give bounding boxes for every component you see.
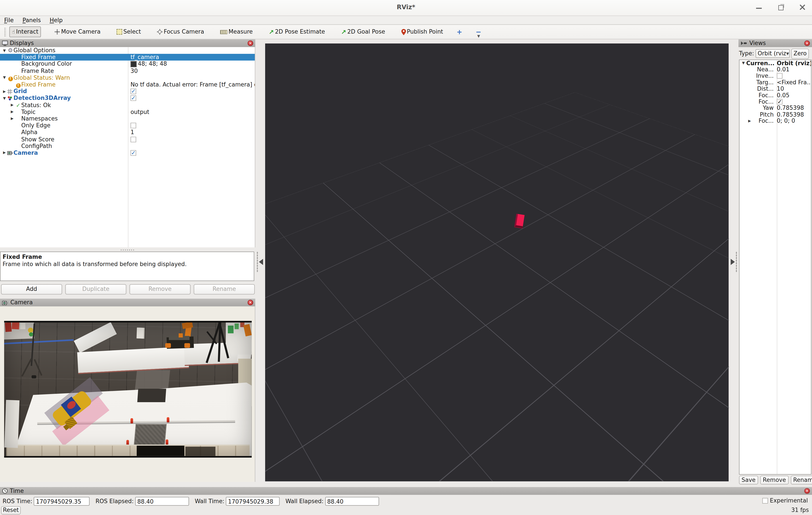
displays-tree-row[interactable]: ▶Camera✓: [0, 149, 255, 156]
property-value[interactable]: <Fixed Fra...: [777, 79, 811, 86]
views-rename-button[interactable]: Rename: [790, 476, 812, 485]
property-value[interactable]: 48; 48; 48: [138, 61, 167, 67]
property-value[interactable]: 30: [130, 67, 138, 75]
property-value[interactable]: 0.05: [777, 92, 790, 99]
wall-time-input[interactable]: 1707945029.38: [226, 497, 280, 506]
expander-arrow-icon[interactable]: ▶: [9, 117, 15, 121]
expander-arrow-icon[interactable]: ▶: [2, 151, 7, 155]
property-value[interactable]: 10: [777, 86, 784, 92]
views-remove-button[interactable]: Remove: [760, 476, 788, 485]
views-tree-row[interactable]: Nea...0.01: [740, 66, 811, 73]
displays-tree-row[interactable]: ▶Grid✓: [0, 88, 255, 95]
views-tree-row[interactable]: Foc...0.05: [740, 92, 811, 98]
views-tree-row[interactable]: Yaw0.785398: [740, 105, 811, 111]
time-panel-header[interactable]: Time ✕: [0, 487, 812, 495]
tool-publish-point[interactable]: Publish Point: [399, 26, 446, 37]
property-checkbox[interactable]: ✓: [130, 150, 136, 156]
displays-tree-row[interactable]: ▼!Global Status: Warn: [0, 75, 255, 81]
displays-tree-row[interactable]: Alpha1: [0, 129, 255, 136]
maximize-icon[interactable]: [777, 3, 785, 11]
displays-tree-row[interactable]: Fixed Frametf_camera: [0, 54, 255, 61]
views-tree-row[interactable]: Dist...10: [740, 86, 811, 92]
expander-arrow-icon[interactable]: ▼: [2, 76, 7, 80]
displays-panel-header[interactable]: Displays ✕: [0, 39, 255, 47]
displays-tree-row[interactable]: Only Edge: [0, 122, 255, 129]
tool-interact[interactable]: ☝Interact: [9, 26, 41, 37]
property-value[interactable]: output: [130, 109, 149, 115]
property-checkbox[interactable]: ✓: [130, 95, 136, 101]
menu-panels[interactable]: Panels: [22, 17, 41, 24]
property-value[interactable]: tf_camera: [130, 54, 159, 61]
tool-measure[interactable]: Measure: [218, 26, 256, 37]
displays-tree-row[interactable]: ▶Namespaces: [0, 115, 255, 122]
displays-tree-row[interactable]: ▼⚙Global Options: [0, 47, 255, 54]
experimental-checkbox[interactable]: [762, 498, 768, 504]
property-value[interactable]: No tf data. Actual error: Frame [tf_came…: [130, 81, 255, 88]
property-value[interactable]: 0.785398: [777, 111, 804, 118]
views-tree-row[interactable]: Foc...✓: [740, 98, 811, 105]
displays-tree-row[interactable]: ▶Topicoutput: [0, 109, 255, 115]
property-checkbox[interactable]: [130, 123, 136, 128]
displays-tree-row[interactable]: !Fixed FrameNo tf data. Actual error: Fr…: [0, 81, 255, 88]
property-checkbox[interactable]: ✓: [777, 99, 783, 105]
close-panel-icon[interactable]: ✕: [804, 488, 810, 494]
property-checkbox[interactable]: ✓: [130, 89, 136, 94]
toolbar-grip[interactable]: [4, 27, 6, 36]
property-value[interactable]: Orbit (rviz): [777, 60, 811, 67]
tool-2d-goal-pose[interactable]: ↗2D Goal Pose: [339, 26, 387, 37]
expander-arrow-icon[interactable]: ▶: [9, 110, 15, 114]
tool-move-camera[interactable]: Move Camera: [52, 26, 103, 37]
menu-file[interactable]: File: [4, 17, 13, 24]
splitter-handle[interactable]: [120, 248, 135, 251]
zero-button[interactable]: Zero: [791, 48, 809, 59]
camera-panel-header[interactable]: Camera ✕: [0, 298, 255, 306]
3d-viewport[interactable]: [265, 44, 729, 481]
duplicate-button[interactable]: Duplicate: [65, 284, 126, 294]
tool-focus-camera[interactable]: Focus Camera: [154, 26, 207, 37]
displays-tree-row[interactable]: ConfigPath: [0, 143, 255, 149]
reset-button[interactable]: Reset: [1, 506, 21, 515]
color-swatch[interactable]: [130, 61, 137, 67]
expander-arrow-icon[interactable]: ▼: [741, 61, 746, 65]
minimize-icon[interactable]: [755, 3, 763, 11]
expander-arrow-icon[interactable]: ▶: [747, 119, 753, 123]
wall-elapsed-input[interactable]: 88.40: [325, 497, 379, 506]
close-panel-icon[interactable]: ✕: [248, 299, 253, 305]
displays-tree-row[interactable]: Frame Rate30: [0, 67, 255, 75]
views-save-button[interactable]: Save: [739, 476, 758, 485]
menu-help[interactable]: Help: [50, 17, 62, 24]
tool-select[interactable]: Select: [114, 26, 144, 37]
property-value[interactable]: 0.01: [777, 66, 790, 73]
views-tree-row[interactable]: ▼Curren...Orbit (rviz): [740, 60, 811, 66]
view-type-dropdown[interactable]: Orbit (rviz ▼: [756, 49, 790, 58]
toolbar-overflow-icon[interactable]: ▼: [477, 34, 480, 38]
remove-tool-button[interactable]: −▼: [475, 28, 481, 35]
expander-arrow-icon[interactable]: ▶: [2, 89, 7, 93]
views-tree-row[interactable]: Inve...: [740, 73, 811, 79]
property-checkbox[interactable]: [130, 136, 136, 142]
close-icon[interactable]: [799, 3, 807, 11]
left-splitter[interactable]: [257, 44, 265, 481]
displays-tree-row[interactable]: Background Color48; 48; 48: [0, 61, 255, 67]
views-tree-row[interactable]: Targ...<Fixed Fra...: [740, 79, 811, 86]
close-panel-icon[interactable]: ✕: [804, 40, 810, 46]
displays-tree-row[interactable]: ▶✓Status: Ok: [0, 102, 255, 109]
ros-elapsed-input[interactable]: 88.40: [135, 497, 189, 506]
views-tree-row[interactable]: Pitch0.785398: [740, 111, 811, 118]
add-tool-button[interactable]: +: [457, 28, 462, 35]
views-panel-header[interactable]: Views ✕: [738, 39, 812, 47]
tool-2d-pose-estimate[interactable]: ↗2D Pose Estimate: [266, 26, 328, 37]
property-value[interactable]: 0; 0; 0: [777, 118, 795, 124]
displays-tree-row[interactable]: Show Score: [0, 136, 255, 143]
rename-button[interactable]: Rename: [194, 284, 255, 294]
expander-arrow-icon[interactable]: ▼: [2, 49, 7, 53]
property-value[interactable]: 1: [130, 129, 134, 136]
ros-time-input[interactable]: 1707945029.35: [34, 497, 90, 506]
expander-arrow-icon[interactable]: ▶: [9, 103, 15, 107]
add-button[interactable]: Add: [1, 284, 62, 294]
expander-arrow-icon[interactable]: ▼: [2, 96, 7, 100]
remove-button[interactable]: Remove: [129, 284, 191, 294]
close-panel-icon[interactable]: ✕: [248, 40, 253, 46]
right-splitter[interactable]: [729, 44, 737, 481]
property-value[interactable]: 0.785398: [777, 105, 804, 112]
